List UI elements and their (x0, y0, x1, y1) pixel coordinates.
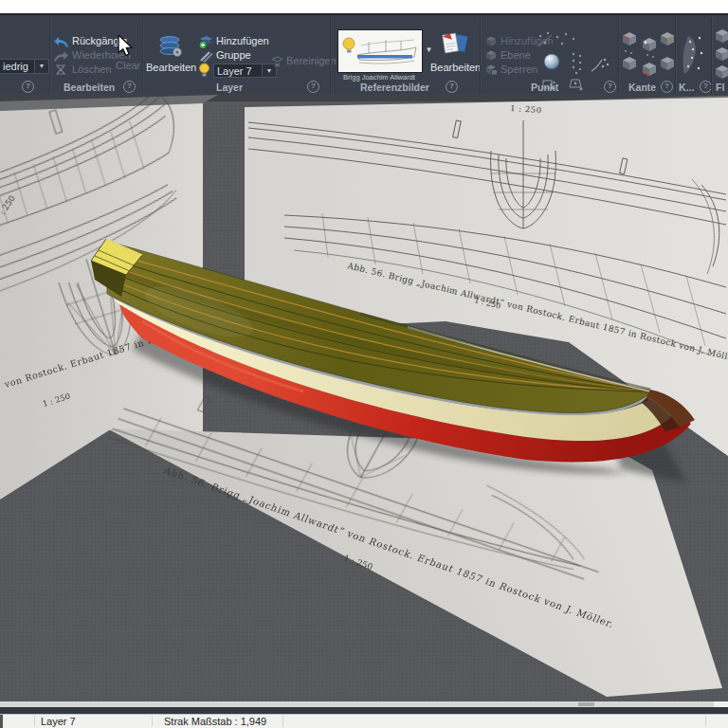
point-lock-label: Sperren (500, 64, 537, 75)
group-separator (480, 17, 482, 96)
statusbar-scale: Strak Maßstab : 1,949 (164, 716, 266, 727)
group-label-layer: Layer (216, 82, 243, 93)
point-plane-label: Ebene (500, 49, 531, 61)
help-icon[interactable]: ? (604, 81, 616, 93)
redo-icon (53, 50, 69, 63)
group-separator (618, 17, 620, 96)
layer-group-label: Gruppe (216, 49, 251, 61)
statusbar-divider (0, 707, 728, 714)
quality-dropdown-value: iedrig (3, 61, 28, 72)
group-label-f: Fl (716, 82, 724, 93)
k-tool-icon[interactable] (681, 32, 707, 78)
statusbar-layer: Layer 7 (41, 716, 76, 727)
add-layer-icon (199, 35, 213, 48)
cube-icon (485, 50, 498, 62)
database-icon (157, 34, 184, 59)
layer-edit-button[interactable]: Bearbeiten (146, 34, 195, 78)
quality-dropdown[interactable]: iedrig (0, 59, 39, 74)
group-label-punkt: Punkt (531, 82, 558, 93)
statusbar-separator (34, 716, 35, 727)
group-label-bearbeiten: Bearbeiten (64, 82, 115, 93)
ribbon: iedrig ▼ ? Rückgängig Wiederholen Lösche… (0, 13, 728, 97)
statusbar-separator (282, 716, 283, 727)
layer-add-label: Hinzufügen (216, 35, 269, 46)
thumbnail-ship-sketch (340, 34, 420, 68)
cube-plus-icon (485, 36, 498, 47)
reference-edit-button[interactable]: Bearbeiten (428, 32, 482, 78)
face-tools-icons[interactable] (715, 28, 728, 82)
scrollbar-thumb[interactable] (578, 702, 594, 706)
quality-dropdown-arrow[interactable]: ▼ (34, 59, 49, 74)
help-icon[interactable]: ? (22, 81, 34, 93)
help-icon[interactable]: ? (446, 81, 458, 93)
group-separator (49, 17, 51, 96)
window-top-strip (0, 0, 728, 13)
layer-select[interactable]: Layer 7 (213, 64, 265, 78)
cube-lock-icon (485, 64, 498, 76)
viewport-3d[interactable]: von Rostock. Erbaut 1857 in Rostock 1 : … (0, 94, 728, 701)
group-label-k: K... (679, 82, 694, 93)
group-separator (675, 17, 677, 96)
point-scatter-icon (537, 31, 578, 48)
help-icon[interactable]: ? (123, 81, 136, 93)
pen-icon (200, 49, 213, 63)
help-icon[interactable]: ? (307, 81, 319, 93)
point-wand-icon (590, 57, 610, 74)
statusbar-separator (152, 716, 153, 727)
undo-icon (53, 36, 69, 48)
group-label-kante: Kante (628, 82, 656, 93)
status-bar: Layer 7 Strak Maßstab : 1,949 (0, 714, 728, 728)
papers-icon (442, 32, 470, 59)
group-separator (142, 17, 144, 96)
group-label-referenzbilder: Referenzbilder (360, 82, 429, 93)
group-separator (711, 17, 713, 96)
reference-image-name: Brigg Joachim Allwardt (337, 73, 421, 82)
clear-button[interactable]: Clear (116, 60, 140, 71)
layer-edit-label: Bearbeiten (146, 62, 196, 73)
point-column-icon (569, 51, 586, 76)
layer-select-value: Layer 7 (217, 65, 252, 77)
group-separator (330, 17, 332, 96)
point-mini-icon-2 (567, 78, 584, 91)
layer-clean-label: Bereinigen (286, 55, 337, 66)
delete-label: Löschen (72, 64, 112, 75)
help-icon[interactable]: ? (661, 81, 673, 93)
app-window: iedrig ▼ ? Rückgängig Wiederholen Lösche… (0, 0, 728, 728)
edge-tools-icons[interactable] (622, 31, 675, 82)
reference-edit-label: Bearbeiten (430, 62, 481, 73)
bulb-icon (198, 63, 210, 78)
clean-icon (271, 56, 283, 67)
reference-image-thumbnail[interactable] (337, 29, 423, 73)
hourglass-icon (55, 64, 66, 76)
point-sphere-icon[interactable] (542, 52, 561, 71)
statusbar-separator (705, 716, 706, 727)
statusbar-edge (0, 715, 3, 728)
mouse-cursor-icon (117, 35, 136, 58)
